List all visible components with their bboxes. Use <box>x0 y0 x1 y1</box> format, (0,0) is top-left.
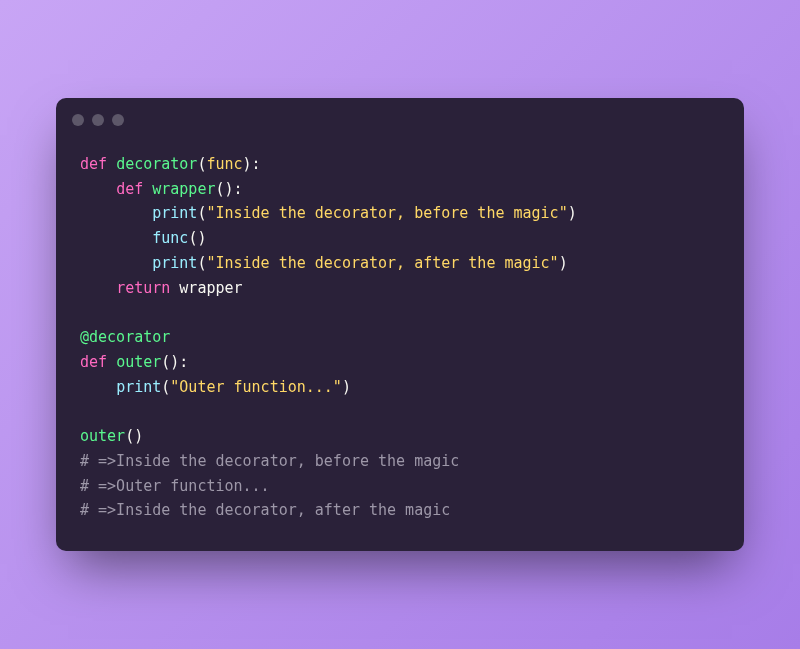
code-token <box>80 180 116 198</box>
code-token <box>143 180 152 198</box>
code-block: def decorator(func): def wrapper(): prin… <box>56 134 744 551</box>
code-token <box>80 229 152 247</box>
code-token: outer <box>80 427 125 445</box>
code-line: return wrapper <box>80 276 720 301</box>
code-token: func <box>152 229 188 247</box>
window-titlebar <box>56 98 744 134</box>
code-token: print <box>152 204 197 222</box>
code-line <box>80 399 720 424</box>
code-token: def <box>116 180 143 198</box>
code-token: wrapper <box>152 180 215 198</box>
code-token: ( <box>161 378 170 396</box>
code-token: # =>Inside the decorator, before the mag… <box>80 452 459 470</box>
code-line: # =>Inside the decorator, after the magi… <box>80 498 720 523</box>
code-token: ) <box>342 378 351 396</box>
code-token: () <box>188 229 206 247</box>
code-line: print("Outer function...") <box>80 375 720 400</box>
code-token: @decorator <box>80 328 170 346</box>
code-token <box>107 155 116 173</box>
code-window: def decorator(func): def wrapper(): prin… <box>56 98 744 551</box>
code-token: "Outer function..." <box>170 378 342 396</box>
code-line <box>80 300 720 325</box>
code-line: print("Inside the decorator, after the m… <box>80 251 720 276</box>
code-token: outer <box>116 353 161 371</box>
code-token: "Inside the decorator, after the magic" <box>206 254 558 272</box>
code-token: print <box>152 254 197 272</box>
code-token: () <box>125 427 143 445</box>
code-token: ) <box>559 254 568 272</box>
minimize-icon[interactable] <box>92 114 104 126</box>
code-token: # =>Inside the decorator, after the magi… <box>80 501 450 519</box>
code-token: wrapper <box>170 279 242 297</box>
code-token: decorator <box>116 155 197 173</box>
code-token: # =>Outer function... <box>80 477 270 495</box>
code-token <box>107 353 116 371</box>
code-token: (): <box>161 353 188 371</box>
code-token <box>80 279 116 297</box>
code-token: "Inside the decorator, before the magic" <box>206 204 567 222</box>
code-token <box>80 378 116 396</box>
code-token: (): <box>215 180 242 198</box>
code-token: def <box>80 155 107 173</box>
code-line: @decorator <box>80 325 720 350</box>
code-token: ) <box>568 204 577 222</box>
code-line: def outer(): <box>80 350 720 375</box>
close-icon[interactable] <box>72 114 84 126</box>
code-token <box>80 254 152 272</box>
code-line: def decorator(func): <box>80 152 720 177</box>
code-token <box>80 204 152 222</box>
code-line: # =>Outer function... <box>80 474 720 499</box>
code-token: def <box>80 353 107 371</box>
code-line: def wrapper(): <box>80 177 720 202</box>
maximize-icon[interactable] <box>112 114 124 126</box>
code-line: outer() <box>80 424 720 449</box>
code-token: print <box>116 378 161 396</box>
code-line: func() <box>80 226 720 251</box>
code-line: print("Inside the decorator, before the … <box>80 201 720 226</box>
code-line: # =>Inside the decorator, before the mag… <box>80 449 720 474</box>
code-token: return <box>116 279 170 297</box>
code-token: ): <box>243 155 261 173</box>
code-token: func <box>206 155 242 173</box>
